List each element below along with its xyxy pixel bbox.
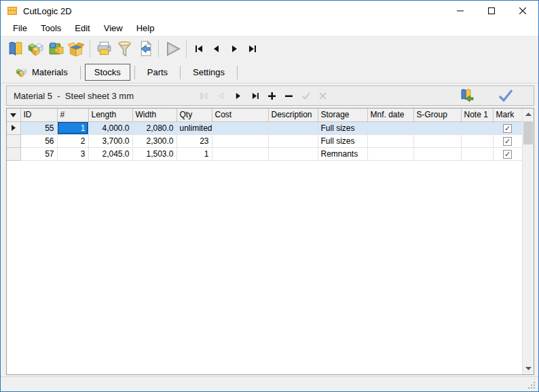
- cell-id[interactable]: 56: [20, 134, 57, 147]
- confirm-check-button[interactable]: [497, 87, 515, 104]
- menu-edit[interactable]: Edit: [68, 21, 96, 36]
- cell-cost[interactable]: [212, 147, 268, 160]
- cell-storage[interactable]: Full sizes: [318, 121, 367, 134]
- cell-s-group[interactable]: [413, 134, 461, 147]
- filter-dropdown-icon: [10, 113, 16, 117]
- nav-first-button[interactable]: [197, 89, 211, 102]
- scroll-down-button[interactable]: [523, 363, 534, 374]
- maximize-button[interactable]: [476, 1, 507, 21]
- menu-file[interactable]: File: [6, 21, 34, 36]
- cell-s-group[interactable]: [413, 147, 461, 160]
- tab-materials[interactable]: Materials: [7, 63, 76, 81]
- nav-insert-button[interactable]: [265, 89, 279, 102]
- current-row-marker[interactable]: [7, 121, 20, 134]
- cell-cost[interactable]: [212, 121, 268, 134]
- cell-width[interactable]: 1,503.0: [132, 147, 176, 160]
- prior-record-button[interactable]: [208, 40, 225, 58]
- vertical-scrollbar[interactable]: [522, 109, 534, 374]
- close-button[interactable]: [507, 1, 538, 21]
- cell-qty[interactable]: 23: [176, 134, 212, 147]
- cell-num[interactable]: 2: [57, 134, 88, 147]
- open-project-button[interactable]: [5, 39, 25, 59]
- cell-mark[interactable]: ✓: [493, 121, 522, 134]
- mark-checkbox[interactable]: ✓: [503, 150, 512, 159]
- mark-checkbox[interactable]: ✓: [503, 137, 512, 146]
- stocks-grid: ID # Length Width Qty Cost Description S…: [6, 108, 534, 375]
- menu-help[interactable]: Help: [130, 21, 162, 36]
- column-header-length[interactable]: Length: [88, 109, 132, 121]
- cell-id[interactable]: 57: [20, 147, 57, 160]
- nav-first-icon: [200, 93, 208, 99]
- column-header-storage[interactable]: Storage: [318, 109, 367, 121]
- column-header-note1[interactable]: Note 1: [461, 109, 493, 121]
- scrollbar-thumb[interactable]: [523, 121, 533, 144]
- cell-num[interactable]: 3: [57, 147, 88, 160]
- cell-note1[interactable]: [461, 147, 493, 160]
- column-header-description[interactable]: Description: [268, 109, 318, 121]
- first-record-button[interactable]: [190, 40, 208, 58]
- column-header-id[interactable]: ID: [20, 109, 57, 121]
- cell-width[interactable]: 2,300.0: [132, 134, 176, 147]
- cell-mnf-date[interactable]: [367, 121, 413, 134]
- tab-stocks[interactable]: Stocks: [85, 64, 130, 81]
- parts-button[interactable]: [45, 39, 66, 59]
- nav-post-button[interactable]: [299, 89, 313, 102]
- cell-id[interactable]: 55: [20, 121, 57, 134]
- cell-cost[interactable]: [212, 134, 268, 147]
- next-record-button[interactable]: [225, 40, 243, 58]
- print-button[interactable]: [94, 39, 114, 59]
- cell-num-selected[interactable]: 1: [57, 121, 88, 134]
- tab-parts[interactable]: Parts: [139, 64, 176, 81]
- scroll-up-button[interactable]: [523, 109, 534, 120]
- cell-storage[interactable]: Remnants: [318, 147, 367, 160]
- nav-cancel-button[interactable]: [316, 89, 330, 102]
- menu-tools[interactable]: Tools: [34, 21, 68, 36]
- cell-note1[interactable]: [461, 121, 493, 134]
- run-button[interactable]: [162, 39, 183, 59]
- nav-prior-button[interactable]: [214, 89, 228, 102]
- mark-checkbox[interactable]: ✓: [503, 124, 512, 133]
- materials-button[interactable]: [25, 39, 45, 59]
- tab-settings[interactable]: Settings: [185, 64, 233, 81]
- import-button[interactable]: [134, 39, 155, 59]
- confirm-check-icon: [498, 89, 513, 102]
- import-stocks-button[interactable]: [458, 87, 475, 104]
- filter-button[interactable]: [114, 39, 134, 59]
- cell-description[interactable]: [268, 134, 318, 147]
- minimize-button[interactable]: [445, 1, 476, 21]
- parts-icon: [48, 40, 64, 57]
- cell-mnf-date[interactable]: [367, 134, 413, 147]
- column-header-num[interactable]: #: [57, 109, 88, 121]
- nav-delete-button[interactable]: [282, 89, 296, 102]
- cell-s-group[interactable]: [413, 121, 461, 134]
- row-selector[interactable]: [7, 147, 20, 160]
- cell-mark[interactable]: ✓: [493, 147, 522, 160]
- cell-qty[interactable]: 1: [176, 147, 212, 160]
- cell-mnf-date[interactable]: [367, 147, 413, 160]
- cell-width[interactable]: 2,080.0: [132, 121, 176, 134]
- cell-description[interactable]: [268, 147, 318, 160]
- cell-length[interactable]: 2,045.0: [88, 147, 132, 160]
- column-header-qty[interactable]: Qty: [176, 109, 212, 121]
- column-header-cost[interactable]: Cost: [212, 109, 268, 121]
- cell-mark[interactable]: ✓: [493, 134, 522, 147]
- cell-qty[interactable]: unlimited: [176, 121, 212, 134]
- resize-grip-icon[interactable]: [527, 381, 536, 390]
- row-selector-header[interactable]: [7, 109, 20, 121]
- stocks-button[interactable]: [66, 39, 86, 59]
- row-selector[interactable]: [7, 134, 20, 147]
- column-header-s-group[interactable]: S-Group: [413, 109, 461, 121]
- last-record-button[interactable]: [243, 40, 261, 58]
- menu-view[interactable]: View: [97, 21, 130, 36]
- cell-note1[interactable]: [461, 134, 493, 147]
- nav-next-button[interactable]: [231, 89, 245, 102]
- table-row: 57 3 2,045.0 1,503.0 1 Remnants ✓: [7, 147, 522, 160]
- column-header-mnf-date[interactable]: Mnf. date: [367, 109, 413, 121]
- column-header-width[interactable]: Width: [132, 109, 176, 121]
- column-header-mark[interactable]: Mark: [493, 109, 522, 121]
- cell-length[interactable]: 4,000.0: [88, 121, 132, 134]
- nav-last-button[interactable]: [248, 89, 262, 102]
- cell-storage[interactable]: Full sizes: [318, 134, 367, 147]
- cell-description[interactable]: [268, 121, 318, 134]
- cell-length[interactable]: 3,700.0: [88, 134, 132, 147]
